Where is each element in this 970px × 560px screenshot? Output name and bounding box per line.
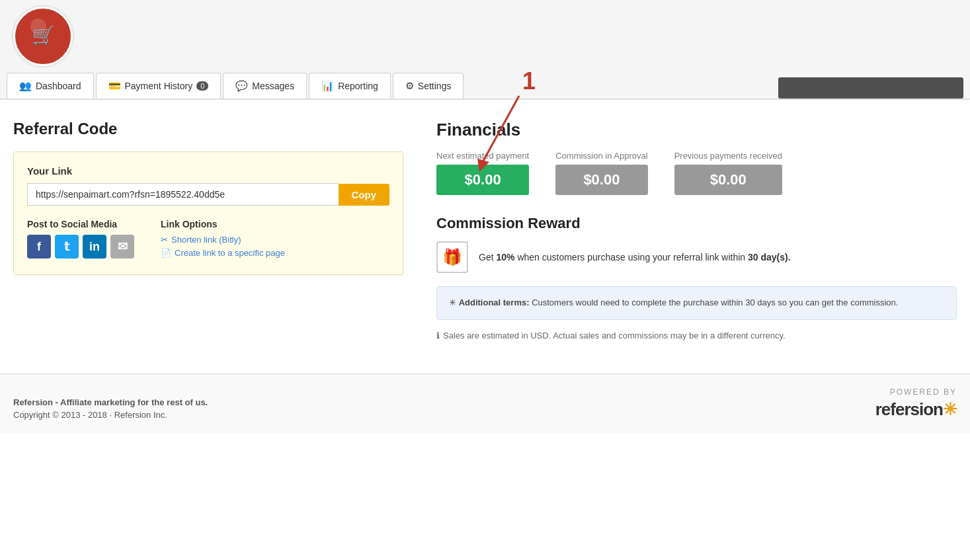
financial-item-commission: Commission in Approval $0.00 [555, 151, 647, 195]
commission-reward-title: Commission Reward [436, 215, 957, 232]
footer-left: Refersion - Affiliate marketing for the … [13, 397, 208, 420]
commission-reward-text: Get 10% when customers purchase using yo… [479, 251, 791, 264]
referral-link-input[interactable] [27, 183, 339, 206]
tab-settings[interactable]: ⚙ Settings [393, 73, 464, 99]
tab-reporting-label: Reporting [338, 81, 378, 91]
tab-payment-history[interactable]: 💳 Payment History 0 [96, 73, 222, 99]
financials-title: Financials [436, 120, 957, 140]
commission-label: Commission in Approval [555, 151, 647, 161]
referral-box: Your Link Copy Post to Social Media f 𝕥 … [13, 151, 403, 275]
dashboard-icon: 👥 [19, 80, 32, 92]
referral-code-title: Referral Code [13, 120, 403, 138]
reporting-icon: 📊 [321, 80, 334, 92]
nav-tabs-container: 👥 Dashboard 💳 Payment History 0 💬 Messag… [0, 73, 970, 100]
svg-text:🛒: 🛒 [32, 24, 55, 46]
main-content: Referral Code Your Link Copy Post to Soc… [0, 100, 970, 360]
refersion-star: ✳ [943, 399, 957, 419]
tab-dashboard-label: Dashboard [36, 81, 81, 91]
refersion-logo: refersion✳ [875, 399, 957, 420]
financial-item-previous: Previous payments received $0.00 [674, 151, 782, 195]
payment-history-icon: 💳 [108, 80, 121, 92]
tab-payment-history-label: Payment History [125, 81, 193, 91]
footer: Refersion - Affiliate marketing for the … [0, 374, 970, 433]
financial-item-next-payment: Next estimated payment $0.00 [436, 151, 529, 195]
additional-terms-label: Additional terms: [459, 298, 530, 307]
tab-messages[interactable]: 💬 Messages [223, 73, 307, 99]
page-icon: 📄 [161, 248, 171, 258]
settings-icon: ⚙ [405, 80, 414, 92]
usd-note-text: Sales are estimated in USD. Actual sales… [443, 331, 786, 340]
linkedin-button[interactable]: in [83, 235, 106, 259]
previous-payments-label: Previous payments received [674, 151, 782, 161]
scissors-icon: ✂ [161, 235, 168, 245]
social-link-row: Post to Social Media f 𝕥 in ✉ Link Optio… [27, 219, 389, 261]
referral-section: Referral Code Your Link Copy Post to Soc… [13, 120, 403, 340]
commission-reward-box: 🎁 Get 10% when customers purchase using … [436, 241, 957, 273]
shorten-link-option[interactable]: ✂ Shorten link (Bitly) [161, 235, 285, 245]
tab-dashboard[interactable]: 👥 Dashboard [7, 73, 94, 99]
create-link-label: Create link to a specific page [175, 248, 285, 258]
tab-reporting[interactable]: 📊 Reporting [309, 73, 391, 99]
commission-value: $0.00 [555, 165, 647, 195]
next-payment-label: Next estimated payment [436, 151, 529, 161]
nav-right [778, 77, 963, 99]
copy-button[interactable]: Copy [339, 184, 390, 206]
financials-section: Financials Next estimated payment $0.00 … [436, 120, 957, 340]
additional-terms-box: ✳ Additional terms: Customers would need… [436, 286, 957, 320]
create-link-option[interactable]: 📄 Create link to a specific page [161, 248, 285, 258]
next-payment-value: $0.00 [436, 165, 529, 195]
tab-settings-label: Settings [418, 81, 452, 91]
tab-messages-label: Messages [252, 81, 294, 91]
site-logo: 🛒 [13, 7, 73, 66]
social-buttons: f 𝕥 in ✉ [27, 235, 134, 259]
usd-note: ℹ Sales are estimated in USD. Actual sal… [436, 331, 957, 340]
link-options-title: Link Options [161, 219, 285, 229]
info-icon: ℹ [436, 331, 440, 340]
gift-icon: 🎁 [436, 241, 468, 273]
previous-payments-value: $0.00 [674, 165, 782, 195]
footer-tagline: Refersion - Affiliate marketing for the … [13, 397, 208, 407]
twitter-button[interactable]: 𝕥 [55, 235, 79, 259]
powered-by-text: Powered By [875, 387, 957, 397]
link-options-section: Link Options ✂ Shorten link (Bitly) 📄 Cr… [161, 219, 285, 261]
email-button[interactable]: ✉ [110, 235, 134, 259]
your-link-label: Your Link [27, 165, 389, 177]
footer-right: Powered By refersion✳ [875, 387, 957, 420]
payment-history-badge: 0 [196, 81, 208, 91]
facebook-button[interactable]: f [27, 235, 51, 259]
shorten-link-label: Shorten link (Bitly) [171, 235, 241, 245]
asterisk-icon: ✳ [449, 298, 459, 307]
messages-icon: 💬 [235, 80, 248, 92]
user-info-redacted [778, 77, 963, 99]
social-section-title: Post to Social Media [27, 219, 134, 229]
footer-copyright: Copyright © 2013 - 2018 · Refersion Inc. [13, 410, 208, 420]
link-input-row: Copy [27, 183, 389, 206]
financials-grid: Next estimated payment $0.00 Commission … [436, 151, 957, 195]
social-media-section: Post to Social Media f 𝕥 in ✉ [27, 219, 134, 259]
